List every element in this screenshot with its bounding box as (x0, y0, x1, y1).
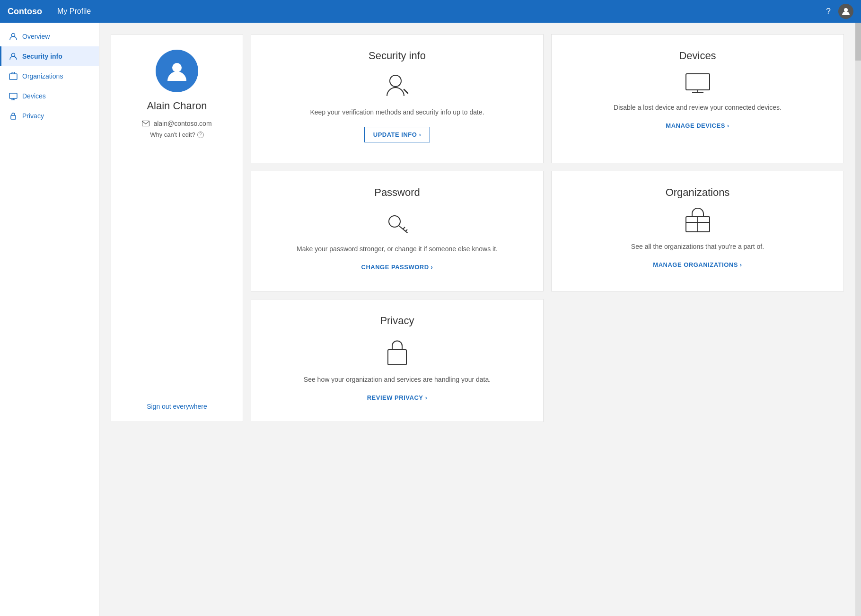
sidebar-item-label: Security info (22, 53, 62, 60)
profile-email: alain@contoso.com (153, 120, 211, 127)
privacy-icon (9, 112, 18, 120)
organizations-card: Organizations See all the organizations … (551, 171, 844, 291)
devices-title: Devices (679, 50, 716, 62)
devices-card: Devices Disable a lost device and review… (551, 34, 844, 163)
topnav-right: ? (826, 4, 853, 19)
sidebar-item-devices[interactable]: Devices (0, 86, 99, 106)
manage-devices-link[interactable]: MANAGE DEVICES › (666, 122, 729, 129)
sidebar: Overview Security info Organizations (0, 23, 99, 616)
profile-email-row: alain@contoso.com (142, 120, 211, 127)
svg-point-6 (172, 63, 182, 72)
sidebar-item-security-info[interactable]: Security info (0, 46, 99, 66)
password-title: Password (374, 186, 420, 199)
page-title: My Profile (57, 7, 91, 16)
sidebar-item-label: Overview (22, 33, 50, 40)
help-circle-icon: ? (197, 132, 204, 138)
svg-rect-15 (388, 350, 406, 365)
right-cards-grid: Security info Keep your verification met… (251, 34, 844, 422)
main-layout: Overview Security info Organizations (0, 23, 861, 616)
security-info-icon (383, 71, 412, 100)
security-info-title: Security info (369, 50, 426, 62)
sidebar-item-label: Devices (22, 92, 46, 100)
password-icon (383, 208, 412, 237)
privacy-card-icon (384, 336, 410, 367)
svg-rect-3 (9, 74, 17, 79)
privacy-desc: See how your organization and services a… (304, 375, 491, 385)
svg-rect-10 (686, 74, 710, 90)
privacy-title: Privacy (380, 315, 414, 327)
sidebar-item-organizations[interactable]: Organizations (0, 66, 99, 86)
user-avatar[interactable] (838, 4, 853, 19)
sidebar-item-label: Privacy (22, 112, 44, 120)
security-info-card: Security info Keep your verification met… (251, 34, 544, 163)
main-content: Alain Charon alain@contoso.com Why can't… (99, 23, 855, 616)
scrollbar-thumb[interactable] (855, 23, 861, 61)
devices-icon (9, 92, 18, 100)
sidebar-item-label: Organizations (22, 72, 63, 80)
svg-point-8 (390, 75, 401, 87)
organizations-card-icon (684, 208, 712, 234)
profile-why[interactable]: Why can't I edit? ? (150, 131, 204, 138)
security-icon (9, 52, 18, 61)
devices-card-icon (684, 71, 712, 95)
help-icon[interactable]: ? (826, 7, 831, 17)
security-info-desc: Keep your verification methods and secur… (310, 107, 484, 117)
organizations-desc: See all the organizations that you're a … (631, 242, 764, 252)
manage-organizations-link[interactable]: MANAGE ORGANIZATIONS › (653, 261, 742, 268)
organizations-icon (9, 72, 18, 80)
brand-logo: Contoso (8, 7, 42, 17)
review-privacy-link[interactable]: REVIEW PRIVACY › (367, 394, 428, 401)
devices-desc: Disable a lost device and review your co… (614, 103, 782, 113)
organizations-title: Organizations (666, 186, 730, 199)
sidebar-item-privacy[interactable]: Privacy (0, 106, 99, 126)
scrollbar-track[interactable] (855, 23, 861, 616)
update-info-button[interactable]: UPDATE INFO › (364, 127, 430, 142)
sign-out-link[interactable]: Sign out everywhere (147, 403, 207, 410)
topnav: Contoso My Profile ? (0, 0, 861, 23)
profile-avatar (156, 50, 198, 92)
svg-rect-4 (9, 93, 17, 98)
profile-card: Alain Charon alain@contoso.com Why can't… (111, 34, 243, 422)
overview-icon (9, 32, 18, 41)
cards-layout: Alain Charon alain@contoso.com Why can't… (111, 34, 844, 422)
sidebar-item-overview[interactable]: Overview (0, 26, 99, 46)
svg-point-0 (844, 8, 848, 12)
password-card: Password Make your password stronger, or… (251, 171, 544, 291)
email-icon (142, 121, 149, 126)
svg-rect-5 (11, 115, 16, 119)
change-password-link[interactable]: CHANGE PASSWORD › (361, 264, 433, 271)
privacy-card: Privacy See how your organization and se… (251, 299, 544, 422)
password-desc: Make your password stronger, or change i… (297, 244, 498, 254)
profile-name: Alain Charon (147, 100, 207, 112)
